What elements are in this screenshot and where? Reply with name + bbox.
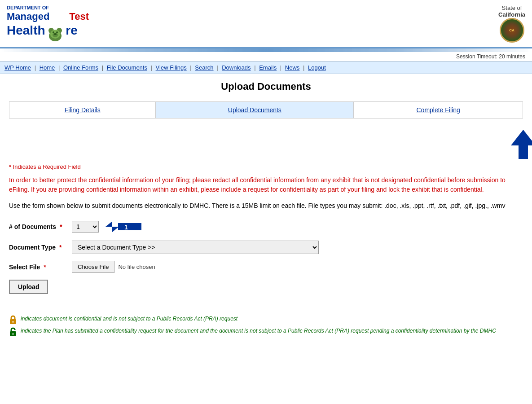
num-docs-label-text: # of Documents: [9, 223, 56, 230]
upload-btn-wrapper: Upload: [9, 280, 523, 305]
state-text: State of California: [498, 4, 525, 18]
sep2: |: [58, 64, 60, 71]
step-filing-details-link[interactable]: Filing Details: [65, 106, 101, 114]
footer-note-2-text: indicates the Plan has submitted a confi…: [21, 326, 496, 336]
info-text: Use the form shown below to submit docum…: [9, 201, 523, 211]
sep7: |: [254, 64, 255, 71]
sep1: |: [35, 64, 36, 71]
select-file-label-text: Select File: [9, 263, 40, 271]
svg-text:1: 1: [124, 224, 128, 231]
doc-type-row: Document Type * Select a Document Type >…: [9, 241, 523, 254]
select-file-required-asterisk: *: [44, 263, 46, 271]
num-docs-row: # of Documents * 1 2 3 4 5 1: [9, 220, 523, 234]
footer-note-1: indicates document is confidential and i…: [9, 314, 523, 325]
select-file-label: Select File *: [9, 263, 72, 271]
num-docs-arrow: 1: [106, 220, 141, 234]
doc-type-required-asterisk: *: [59, 244, 62, 251]
choose-file-button[interactable]: Choose File: [72, 261, 114, 273]
left-arrow-icon: 1: [106, 220, 141, 234]
num-docs-required-asterisk: *: [60, 223, 62, 230]
svg-marker-9: [106, 221, 119, 232]
logo-area: DEPARTMENT OF ManagedTest Health re: [7, 5, 89, 42]
warning-text: In order to better protect the confident…: [9, 176, 523, 194]
lock-open-icon: [9, 327, 17, 337]
sep3: |: [102, 64, 103, 71]
svg-marker-8: [511, 130, 532, 159]
svg-point-7: [54, 33, 57, 35]
doc-type-label: Document Type *: [9, 244, 72, 251]
svg-point-5: [53, 31, 54, 33]
lock-closed-icon: [9, 315, 17, 325]
required-note: * Indicates a Required Field: [9, 163, 523, 170]
num-docs-label: # of Documents *: [9, 223, 72, 230]
doc-type-select[interactable]: Select a Document Type >>: [72, 241, 319, 254]
step-upload-documents-link[interactable]: Upload Documents: [228, 106, 281, 114]
step-complete-filing[interactable]: Complete Filing: [354, 102, 523, 119]
nav-home[interactable]: Home: [40, 64, 55, 71]
state-area: State of California CA: [498, 4, 525, 43]
nav-news[interactable]: News: [285, 64, 300, 71]
logo-care: re: [66, 23, 77, 37]
sep8: |: [280, 64, 281, 71]
state-seal: CA: [500, 18, 524, 43]
nav-wp-home[interactable]: WP Home: [4, 64, 31, 71]
no-file-text: No file chosen: [118, 263, 155, 270]
logo-health: Health: [7, 23, 45, 37]
svg-point-6: [56, 31, 58, 33]
doc-type-label-text: Document Type: [9, 244, 56, 251]
footer-notes: indicates document is confidential and i…: [9, 314, 523, 337]
steps-table: Filing Details Upload Documents Complete…: [9, 101, 523, 119]
select-file-row: Select File * Choose File No file chosen: [9, 261, 523, 273]
sep5: |: [190, 64, 191, 71]
logo-health-care-row: Health re: [7, 23, 89, 42]
step-filing-details[interactable]: Filing Details: [9, 102, 156, 119]
gradient-bar: [0, 48, 532, 52]
footer-note-1-text: indicates document is confidential and i…: [21, 314, 237, 324]
asterisk-icon: *: [9, 163, 11, 170]
state-seal-inner: CA: [509, 28, 514, 32]
state-label: State of: [498, 4, 525, 11]
step-upload-documents[interactable]: Upload Documents: [156, 102, 354, 119]
header: DEPARTMENT OF ManagedTest Health re: [0, 0, 532, 48]
page-title: Upload Documents: [9, 81, 523, 92]
sep4: |: [151, 64, 152, 71]
nav-file-documents[interactable]: File Documents: [107, 64, 147, 71]
required-note-text: Indicates a Required Field: [13, 163, 81, 170]
svg-point-15: [12, 333, 14, 335]
up-arrow-icon: [511, 130, 532, 159]
upload-button[interactable]: Upload: [9, 280, 48, 294]
bear-icon: [47, 23, 64, 42]
sep6: |: [217, 64, 218, 71]
steps-wrapper: Filing Details Upload Documents Complete…: [9, 101, 523, 159]
logo-text: DEPARTMENT OF ManagedTest Health re: [7, 5, 89, 42]
state-name: California: [498, 11, 525, 18]
num-docs-select[interactable]: 1 2 3 4 5: [72, 221, 99, 233]
nav-bar: WP Home | Home | Online Forms | File Doc…: [0, 61, 532, 74]
step-complete-filing-link[interactable]: Complete Filing: [416, 106, 460, 114]
logo-managed: Managed: [7, 11, 49, 22]
logo-dept: DEPARTMENT OF: [7, 5, 89, 11]
session-bar: Session Timeout: 20 minutes: [0, 52, 532, 61]
nav-emails[interactable]: Emails: [259, 64, 277, 71]
logo-test: Test: [69, 11, 89, 22]
session-timeout-text: Session Timeout: 20 minutes: [456, 53, 525, 60]
nav-downloads[interactable]: Downloads: [222, 64, 251, 71]
svg-point-13: [12, 321, 14, 323]
svg-rect-10: [118, 223, 141, 230]
nav-logout[interactable]: Logout: [308, 64, 326, 71]
nav-search[interactable]: Search: [195, 64, 213, 71]
footer-note-2: indicates the Plan has submitted a confi…: [9, 326, 523, 337]
nav-online-forms[interactable]: Online Forms: [63, 64, 98, 71]
sep9: |: [303, 64, 304, 71]
logo-managed-test-row: ManagedTest: [7, 11, 89, 22]
main-content: Upload Documents Filing Details Upload D…: [0, 74, 532, 345]
nav-view-filings[interactable]: View Filings: [156, 64, 187, 71]
